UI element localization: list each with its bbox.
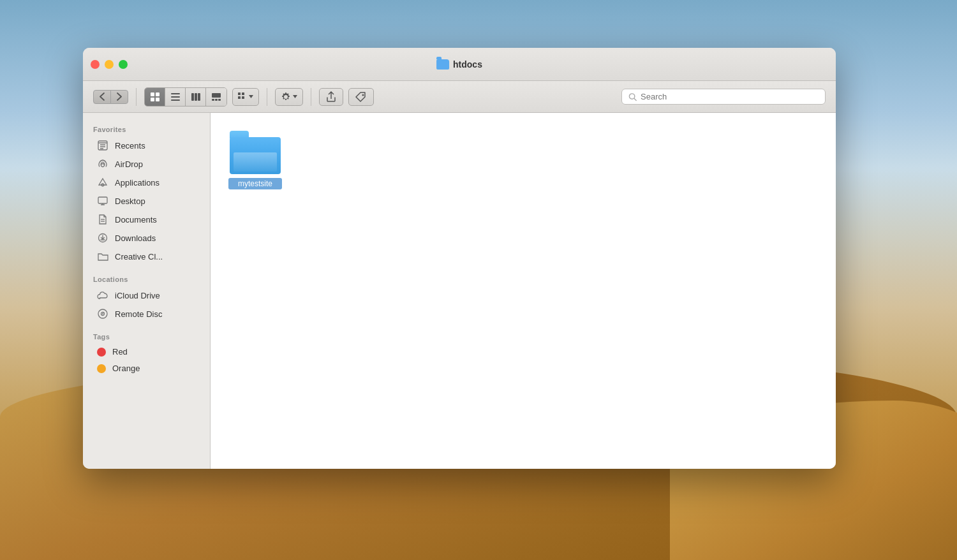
sidebar-item-label: Recents (115, 141, 145, 151)
toolbar-separator-3 (311, 88, 311, 106)
main-area: Favorites Recents (83, 113, 836, 469)
toolbar-separator-1 (136, 88, 137, 106)
svg-rect-17 (242, 96, 244, 99)
disc-icon (97, 308, 108, 320)
sidebar-item-label: Downloads (115, 233, 156, 243)
sidebar: Favorites Recents (83, 113, 211, 469)
svg-point-25 (101, 164, 105, 167)
svg-rect-3 (156, 98, 160, 101)
svg-point-18 (362, 94, 364, 96)
tag-label: Red (112, 347, 128, 357)
list-view-button[interactable] (165, 88, 186, 106)
sidebar-item-tag-orange[interactable]: Orange (87, 360, 206, 376)
title-folder-icon (436, 59, 449, 70)
tags-header: Tags (83, 328, 210, 343)
sidebar-item-creative-cloud[interactable]: Creative Cl... (87, 247, 206, 265)
favorites-header: Favorites (83, 121, 210, 136)
svg-rect-4 (171, 93, 180, 94)
svg-rect-7 (191, 93, 194, 101)
sidebar-item-tag-red[interactable]: Red (87, 344, 206, 360)
svg-rect-11 (212, 99, 214, 101)
airdrop-icon (97, 158, 108, 170)
sidebar-item-label: iCloud Drive (115, 291, 160, 300)
sidebar-item-label: Desktop (115, 196, 145, 206)
view-buttons (144, 87, 227, 107)
back-button[interactable] (93, 90, 111, 104)
svg-rect-6 (171, 99, 180, 101)
sidebar-item-recents[interactable]: Recents (87, 136, 206, 154)
search-box[interactable] (621, 89, 826, 105)
sidebar-item-label: Applications (115, 178, 160, 188)
sidebar-item-label: Remote Disc (115, 309, 162, 319)
search-icon (628, 92, 637, 101)
sidebar-item-icloud[interactable]: iCloud Drive (87, 286, 206, 304)
folder-icon-large (230, 131, 281, 174)
title-bar: htdocs (83, 48, 836, 81)
red-tag-dot (97, 348, 106, 357)
sidebar-item-desktop[interactable]: Desktop (87, 192, 206, 210)
recents-icon (97, 140, 108, 151)
cloud-icon (97, 290, 108, 301)
file-area: mytestsite (211, 113, 836, 469)
svg-rect-8 (195, 93, 197, 101)
icon-view-button[interactable] (145, 88, 165, 106)
folder-icon (97, 251, 108, 262)
minimize-button[interactable] (105, 60, 114, 69)
orange-tag-dot (97, 364, 106, 373)
svg-rect-0 (151, 92, 154, 96)
svg-rect-14 (238, 92, 241, 95)
window-title: htdocs (436, 59, 482, 70)
svg-rect-9 (198, 93, 200, 101)
sidebar-item-label: Documents (115, 215, 157, 225)
sidebar-item-documents[interactable]: Documents (87, 210, 206, 228)
svg-rect-2 (151, 98, 154, 101)
sidebar-item-label: AirDrop (115, 159, 143, 169)
sidebar-item-downloads[interactable]: Downloads (87, 229, 206, 247)
forward-button[interactable] (110, 90, 128, 104)
downloads-icon (97, 232, 108, 244)
group-button[interactable] (232, 88, 259, 106)
close-button[interactable] (91, 60, 100, 69)
toolbar-separator-2 (267, 88, 267, 106)
file-name: mytestsite (228, 178, 282, 189)
desktop-icon (97, 195, 108, 207)
sidebar-item-label: Creative Cl... (115, 252, 163, 262)
applications-icon (97, 177, 108, 188)
svg-rect-5 (171, 96, 180, 98)
sidebar-item-remote-disc[interactable]: Remote Disc (87, 305, 206, 323)
nav-buttons (93, 90, 128, 104)
svg-rect-27 (98, 197, 107, 203)
action-button[interactable] (275, 88, 303, 106)
tag-label: Orange (112, 364, 140, 373)
window-title-text: htdocs (453, 59, 482, 70)
tag-button[interactable] (348, 88, 374, 106)
maximize-button[interactable] (119, 60, 128, 69)
sidebar-item-airdrop[interactable]: AirDrop (87, 155, 206, 173)
finder-window: htdocs (83, 48, 836, 469)
column-view-button[interactable] (186, 88, 206, 106)
gallery-view-button[interactable] (206, 88, 226, 106)
svg-rect-12 (215, 99, 218, 101)
svg-rect-10 (212, 93, 221, 98)
search-input[interactable] (641, 92, 819, 101)
file-item[interactable]: mytestsite (223, 126, 287, 195)
toolbar (83, 81, 836, 113)
svg-rect-13 (218, 99, 221, 101)
svg-rect-15 (242, 92, 244, 95)
locations-header: Locations (83, 270, 210, 286)
svg-rect-1 (156, 92, 160, 96)
share-button[interactable] (319, 88, 343, 106)
svg-point-34 (102, 313, 103, 314)
documents-icon (97, 214, 108, 225)
window-controls (91, 60, 128, 69)
sidebar-item-applications[interactable]: Applications (87, 173, 206, 191)
svg-rect-16 (238, 96, 241, 99)
